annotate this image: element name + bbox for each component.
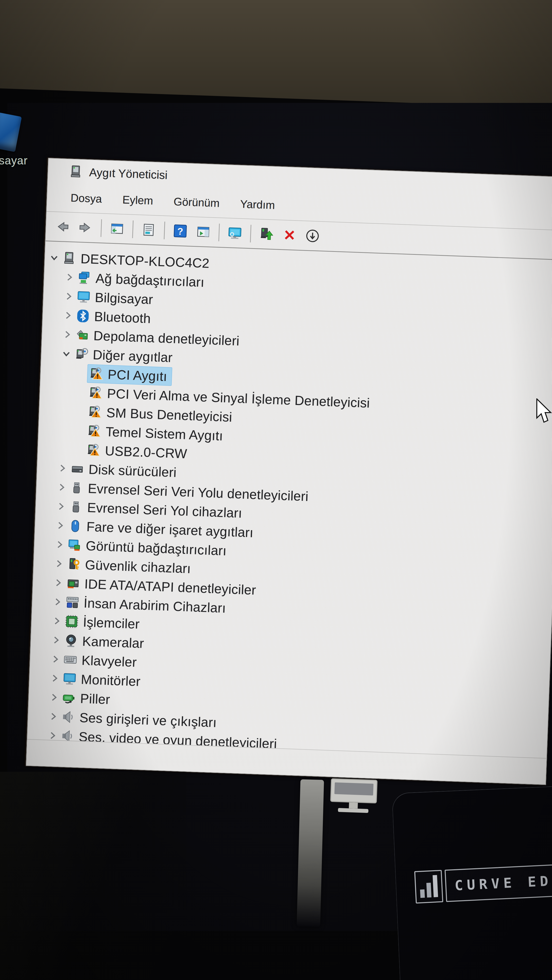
tree-item-label: DESKTOP-KLOC4C2: [80, 251, 210, 271]
tree-item-content[interactable]: İşlemciler: [62, 612, 144, 633]
tree-item-label: Ses girişleri ve çıkışları: [79, 710, 217, 730]
scan-hardware-changes-button[interactable]: [224, 222, 246, 245]
computer-icon: [62, 251, 77, 265]
tree-item-content-selected[interactable]: PCI Aygıtı: [88, 365, 172, 385]
tree-item-label: İşlemciler: [83, 614, 140, 632]
uninstall-device-button[interactable]: [278, 224, 300, 247]
chevron-down-icon[interactable]: [48, 251, 61, 264]
menu-yardim[interactable]: Yardım: [240, 198, 275, 212]
tree-item-content[interactable]: Disk sürücüleri: [68, 460, 181, 481]
device-manager-window: Aygıt Yöneticisi Dosya Eylem Görünüm Yar…: [26, 158, 552, 785]
tree-item-label: İnsan Arabirim Cihazları: [83, 595, 226, 616]
show-action-pane-button[interactable]: [192, 221, 214, 243]
toolbar-separator: [132, 221, 134, 238]
tree-item-content[interactable]: Bilgisayar: [75, 288, 158, 308]
chevron-down-icon[interactable]: [60, 347, 73, 360]
chevron-right-icon[interactable]: [48, 653, 62, 666]
tree-item-label: Evrensel Seri Yol cihazları: [87, 500, 242, 520]
unknown-icon: [75, 347, 89, 361]
toolbar-separator: [219, 224, 220, 241]
room-shadow: [0, 772, 186, 980]
monitor-shortcut-icon: [330, 778, 378, 813]
tree-item-label: Bilgisayar: [95, 290, 153, 307]
indent-spacer: [72, 443, 85, 456]
monitor-icon: [62, 672, 77, 686]
toolbar-separator: [101, 219, 102, 237]
ide-icon: [66, 576, 80, 590]
chevron-right-icon[interactable]: [61, 328, 74, 341]
warn-icon: [89, 367, 104, 381]
warn-icon: [87, 424, 102, 438]
chevron-right-icon[interactable]: [46, 710, 60, 723]
chevron-right-icon[interactable]: [48, 671, 61, 685]
bluetooth-icon: [76, 309, 90, 323]
mouse-cursor: [536, 398, 552, 424]
security-icon: [67, 557, 81, 571]
usb-icon: [69, 500, 83, 514]
tree-item-label: Görüntü bağdaştırıcıları: [86, 538, 227, 558]
update-driver-button[interactable]: [256, 223, 278, 245]
show-console-tree-button[interactable]: [106, 217, 128, 240]
display-icon: [67, 538, 81, 552]
indent-spacer: [73, 424, 86, 437]
tree-item-content[interactable]: USB2.0-CRW: [85, 441, 192, 463]
chevron-right-icon[interactable]: [51, 595, 64, 609]
tree-item-label: Kameralar: [82, 633, 144, 651]
chevron-right-icon[interactable]: [62, 290, 75, 303]
disable-device-button[interactable]: [302, 224, 323, 247]
forward-button[interactable]: [75, 216, 96, 239]
indent-spacer: [73, 405, 86, 418]
tree-item-label: SM Bus Denetleyicisi: [106, 405, 232, 425]
tree-item-label: Piller: [80, 690, 110, 707]
warn-icon: [89, 386, 103, 400]
tree-item-content[interactable]: Piller: [60, 689, 115, 708]
tree-item-label: USB2.0-CRW: [105, 443, 187, 461]
indent-spacer: [75, 367, 88, 380]
hid-icon: [65, 595, 80, 609]
tree-item-label: Klavyeler: [81, 652, 137, 670]
indent-spacer: [74, 386, 87, 399]
chevron-right-icon[interactable]: [50, 614, 63, 628]
menu-dosya[interactable]: Dosya: [70, 192, 102, 205]
chevron-right-icon[interactable]: [61, 309, 75, 322]
desktop-shortcut-label[interactable]: isayar: [0, 154, 28, 167]
svg-text:?: ?: [177, 226, 183, 237]
chevron-right-icon[interactable]: [54, 500, 67, 513]
tree-item-content[interactable]: Diğer aygıtlar: [72, 345, 177, 366]
tree-item-label: Depolama denetleyicileri: [93, 328, 239, 348]
storage-icon: [75, 328, 89, 342]
chevron-right-icon[interactable]: [47, 690, 60, 704]
window-title: Aygıt Yöneticisi: [89, 165, 168, 182]
audio-icon: [61, 710, 75, 724]
tree-item-content[interactable]: Monitörler: [61, 670, 145, 690]
network-icon: [77, 271, 91, 285]
properties-button[interactable]: [138, 218, 160, 241]
warn-icon: [88, 405, 102, 419]
chevron-right-icon[interactable]: [53, 538, 66, 551]
device-manager-app-icon: [69, 164, 83, 178]
chevron-right-icon[interactable]: [62, 271, 76, 284]
menu-gorunum[interactable]: Görünüm: [173, 195, 220, 210]
chevron-right-icon[interactable]: [51, 576, 65, 589]
chevron-right-icon[interactable]: [55, 481, 68, 494]
tree-item-label: PCI Aygıtı: [108, 367, 168, 384]
tree-item-content[interactable]: Bluetooth: [74, 307, 155, 327]
chevron-right-icon[interactable]: [53, 519, 67, 532]
help-button[interactable]: ?: [169, 220, 191, 242]
chevron-right-icon[interactable]: [49, 633, 62, 647]
device-tree: DESKTOP-KLOC4C2Ağ bağdaştırıcılarıBilgis…: [27, 241, 552, 765]
warn-icon: [86, 443, 101, 457]
tree-item-label: Monitörler: [81, 671, 141, 689]
battery-icon: [62, 691, 76, 705]
back-button[interactable]: [51, 215, 73, 238]
menu-eylem[interactable]: Eylem: [122, 193, 153, 207]
keyboard-icon: [63, 653, 77, 667]
tree-item-content[interactable]: Kameralar: [62, 632, 149, 652]
chevron-right-icon[interactable]: [56, 461, 69, 475]
toolbar-separator: [164, 222, 165, 239]
chevron-right-icon[interactable]: [52, 557, 65, 570]
usb-icon: [70, 481, 84, 495]
tree-item-content[interactable]: Klavyeler: [61, 651, 142, 671]
tree-item-label: Ağ bağdaştırıcıları: [95, 270, 205, 290]
mouse-icon: [68, 519, 82, 533]
